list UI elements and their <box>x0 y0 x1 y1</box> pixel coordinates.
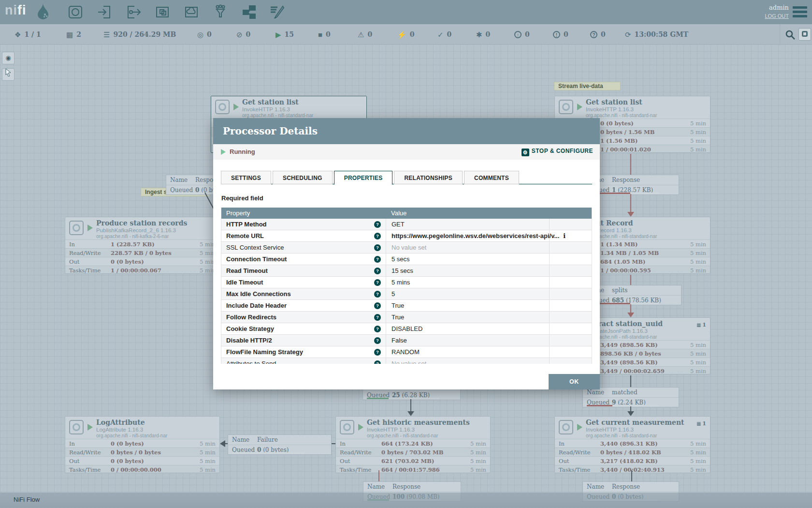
disabled-status: ⚡0 <box>397 24 414 45</box>
refresh-icon[interactable]: ⟳ <box>625 31 631 38</box>
column-value: Value <box>386 208 406 219</box>
transmitting-status: ◎0 <box>197 24 212 45</box>
processor-type: InvokeHTTP 1.16.3 <box>367 427 470 433</box>
help-icon[interactable]: ? <box>374 233 381 239</box>
help-icon[interactable]: ? <box>374 221 381 228</box>
queued-status: ☰920 / 264.29 MB <box>103 24 176 45</box>
column-property: Property <box>221 208 386 219</box>
locally-modified-stale-status: !0 <box>553 24 568 45</box>
drag-label-icon[interactable] <box>269 4 285 20</box>
processor-details-dialog: Processor Details Running ⚙STOP & CONFIG… <box>213 118 600 389</box>
processor-type: InvokeHTTP 1.16.3 <box>586 427 684 433</box>
search-button[interactable] <box>785 30 796 40</box>
drag-input-port-icon[interactable] <box>97 4 112 20</box>
processor-get-current-measurement[interactable]: ▦1 Get current measurement InvokeHTTP 1.… <box>554 416 710 473</box>
property-row[interactable]: Remote URL? https://www.pegelonline.wsv.… <box>221 230 592 242</box>
property-row[interactable]: FlowFile Naming Strategy? RANDOM <box>221 346 592 358</box>
drag-remote-process-group-icon[interactable] <box>184 4 199 20</box>
logout-link[interactable]: LOG OUT <box>765 13 789 19</box>
drag-funnel-icon[interactable] <box>213 4 228 20</box>
running-icon <box>87 424 93 431</box>
tab-scheduling[interactable]: SCHEDULING <box>273 171 333 184</box>
ok-button[interactable]: OK <box>549 374 600 389</box>
processor-name: Get station list <box>242 98 313 106</box>
flow-status-bar: ❖1 / 1 ▦2 ☰920 / 264.29 MB ◎0 ⊘0 ▶15 ■0 … <box>0 24 812 45</box>
breadcrumb[interactable]: NiFi Flow <box>14 496 40 503</box>
grid-icon: ▦ <box>696 421 701 426</box>
hand-icon <box>5 69 12 76</box>
property-row[interactable]: Include Date Header? True <box>221 300 592 312</box>
property-row[interactable]: Follow Redirects? True <box>221 312 592 323</box>
property-row[interactable]: SSL Context Service? No value set <box>221 242 592 254</box>
canvas-label-stream-live-data[interactable]: Stream live-data <box>554 82 621 90</box>
connection-matched[interactable]: Namematched Queued9 (2.24 KB) <box>582 387 679 407</box>
running-icon <box>577 104 582 110</box>
not-transmitting-status: ⊘0 <box>236 24 250 45</box>
processor-logattribute[interactable]: LogAttribute LogAttribute 1.16.3 org.apa… <box>65 416 220 473</box>
connection-failure[interactable]: NameFailure Queued0 (0 bytes) <box>228 434 332 455</box>
help-icon[interactable]: ? <box>374 291 381 298</box>
processor-bundle: org.apache.nifi - nifi-standard-nar <box>367 433 470 438</box>
help-icon[interactable]: ? <box>374 337 381 344</box>
property-row[interactable]: Attributes to Send? No value set <box>221 358 592 364</box>
tab-relationships[interactable]: RELATIONSHIPS <box>394 171 463 184</box>
processor-produce-station-records[interactable]: Produce station records PublishKafkaReco… <box>65 217 220 274</box>
help-icon[interactable]: ? <box>374 349 381 356</box>
info-icon[interactable]: i <box>563 232 566 239</box>
property-row[interactable]: Read Timeout? 15 secs <box>221 265 592 277</box>
processor-icon <box>340 420 354 434</box>
global-menu-button[interactable] <box>793 6 807 18</box>
processor-get-historic-measurements[interactable]: Get historic measurements InvokeHTTP 1.1… <box>335 416 491 473</box>
dialog-title: Processor Details <box>213 118 600 144</box>
drag-output-port-icon[interactable] <box>126 4 141 20</box>
tab-properties[interactable]: PROPERTIES <box>334 171 393 185</box>
property-row[interactable]: HTTP Method? GET <box>221 219 592 230</box>
processor-icon <box>69 420 84 434</box>
processor-name: Produce station records <box>96 219 187 227</box>
processor-name: Get station list <box>586 98 657 106</box>
threads-icon: ▦ <box>66 31 73 38</box>
help-icon[interactable]: ? <box>374 279 381 286</box>
help-icon[interactable]: ? <box>374 256 381 263</box>
sync-failure-status: ?0 <box>590 24 606 45</box>
processor-bundle: org.apache.nifi - nifi-kafka-2-6-nar <box>96 234 187 239</box>
help-icon[interactable]: ? <box>374 314 381 321</box>
processor-name: Get historic measurements <box>367 418 470 426</box>
property-row[interactable]: Disable HTTP/2? False <box>221 335 592 346</box>
up-to-date-status: ✓0 <box>437 24 451 45</box>
invalid-icon: ⚠ <box>358 31 364 38</box>
stopped-status: ■0 <box>318 24 331 45</box>
help-icon[interactable]: ? <box>374 244 381 251</box>
drag-processor-icon[interactable] <box>68 4 83 20</box>
required-field-legend: Required field <box>221 194 263 202</box>
gear-icon: ⚙ <box>522 149 529 156</box>
thread-count-badge: ▦1 <box>696 322 706 328</box>
property-row[interactable]: Idle Timeout? 5 mins <box>221 277 592 288</box>
panel-icon <box>802 31 808 37</box>
cluster-status: ❖1 / 1 <box>14 24 41 45</box>
compass-icon: ◉ <box>5 54 11 61</box>
help-icon[interactable]: ? <box>374 326 381 332</box>
tab-comments[interactable]: COMMENTS <box>464 171 519 184</box>
property-row[interactable]: Connection Timeout? 5 secs <box>221 254 592 265</box>
stale-status: ↑0 <box>514 24 530 45</box>
active-threads-status: ▦2 <box>66 24 81 45</box>
property-row[interactable]: Cookie Strategy? DISABLED <box>221 323 592 335</box>
birdseye-toggle-button[interactable] <box>798 28 811 41</box>
refresh-status[interactable]: ⟳13:00:58 GMT <box>625 24 688 45</box>
stop-and-configure-button[interactable]: ⚙STOP & CONFIGURE <box>522 148 593 156</box>
drag-process-group-icon[interactable] <box>155 4 170 20</box>
tab-settings[interactable]: SETTINGS <box>221 171 271 184</box>
processor-type: InvokeHTTP 1.16.3 <box>242 106 313 112</box>
property-row[interactable]: Max Idle Connections? 5 <box>221 288 592 300</box>
operate-palette-button[interactable] <box>2 68 14 81</box>
processor-bundle: org.apache.nifi - nifi-standard-nar <box>586 433 684 438</box>
help-icon[interactable]: ? <box>374 302 381 309</box>
running-icon <box>233 104 239 110</box>
help-icon[interactable]: ? <box>374 268 381 274</box>
navigate-palette-button[interactable]: ◉ <box>2 52 14 64</box>
dialog-status-row: Running ⚙STOP & CONFIGURE <box>213 144 600 160</box>
help-icon[interactable]: ? <box>374 360 381 364</box>
drag-template-icon[interactable] <box>242 4 257 20</box>
running-icon: ▶ <box>276 31 281 38</box>
